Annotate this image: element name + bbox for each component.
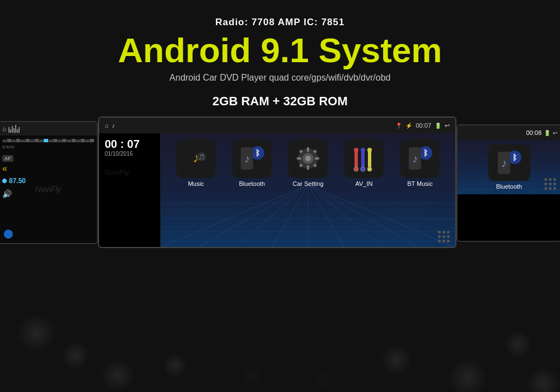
app-bluetooth[interactable]: ᛒ ♪ Bluetooth xyxy=(227,139,277,187)
app-bt-music[interactable]: ᛒ ♪ BT Music xyxy=(395,139,445,187)
svg-text:♪: ♪ xyxy=(501,157,507,169)
dots-grid-center xyxy=(438,231,450,242)
subtitle: Android Car DVD Player quad core/gps/wif… xyxy=(0,73,560,83)
top-section: Radio: 7708 AMP IC: 7851 Android 9.1 Sys… xyxy=(0,0,560,109)
svg-rect-35 xyxy=(354,151,358,168)
dots-grid-right xyxy=(544,178,556,190)
bt-music-icon-bg: ᛒ ♪ xyxy=(400,139,440,178)
pin-icon: 📍 xyxy=(395,123,402,129)
center-screen: ⌂ ♪ 📍 ⚡ 00:07 🔋 ↩ 00 : 07 01/10/2016 Nav… xyxy=(98,116,456,248)
settings-icon-bg xyxy=(288,139,328,178)
main-time: 00 : 07 xyxy=(105,138,155,151)
bluetooth-right-label: Bluetooth xyxy=(496,183,522,190)
svg-point-38 xyxy=(361,148,365,152)
volume-icon: 🔊 xyxy=(2,189,12,198)
svg-line-3 xyxy=(272,185,308,248)
app-car-setting[interactable]: Car Setting xyxy=(283,139,333,187)
svg-rect-29 xyxy=(315,157,319,160)
svg-line-1 xyxy=(198,185,308,248)
center-status-bar: ⌂ ♪ 📍 ⚡ 00:07 🔋 ↩ xyxy=(99,118,455,133)
app-av-in[interactable]: AV_IN xyxy=(339,139,389,187)
svg-point-42 xyxy=(361,167,365,171)
music-icon-bg: ♪ 🎵 xyxy=(176,139,216,178)
right-back-icon: ↩ xyxy=(553,130,557,136)
volume-area: 87.50 xyxy=(2,177,94,185)
back-icon: ↩ xyxy=(445,122,450,129)
bt-music-label: BT Music xyxy=(407,180,433,187)
bluetooth-icon-svg: ᛒ ♪ xyxy=(238,144,266,172)
android-title: Android 9.1 System xyxy=(0,31,560,69)
svg-rect-39 xyxy=(368,151,371,168)
right-app-area: ᛒ ♪ Bluetooth xyxy=(458,140,560,194)
av-icon-bg xyxy=(344,139,384,178)
bluetooth-label: Bluetooth xyxy=(239,180,265,187)
left-screen: ⌂ xyxy=(0,121,98,244)
svg-rect-26 xyxy=(307,147,309,152)
eq-bars xyxy=(8,125,20,133)
svg-text:♪: ♪ xyxy=(244,152,250,165)
app-bluetooth-right[interactable]: ᛒ ♪ Bluetooth xyxy=(484,144,534,190)
svg-text:ᛒ: ᛒ xyxy=(512,153,517,162)
radio-info: Radio: 7708 AMP IC: 7851 xyxy=(0,17,560,28)
right-battery-icon: 🔋 xyxy=(544,130,550,136)
svg-line-0 xyxy=(161,185,308,248)
grid-lines-svg xyxy=(161,185,455,248)
car-setting-label: Car Setting xyxy=(292,180,323,187)
status-time: 00:07 xyxy=(416,122,431,129)
time-panel: 00 : 07 01/10/2016 NaviFly xyxy=(99,133,161,247)
right-screen: 00:08 🔋 ↩ ᛒ xyxy=(456,124,560,242)
svg-text:ᛒ: ᛒ xyxy=(255,148,260,157)
svg-point-40 xyxy=(367,148,372,152)
watermark: NaviFly xyxy=(35,185,62,194)
ram-rom: 2GB RAM + 32GB ROM xyxy=(0,94,560,109)
svg-point-36 xyxy=(354,148,358,152)
svg-rect-27 xyxy=(307,165,309,170)
bt-music-icon-svg: ᛒ ♪ xyxy=(406,144,434,172)
bluetooth-right-icon-bg: ᛒ ♪ xyxy=(488,144,530,181)
svg-line-6 xyxy=(308,185,383,248)
music-status-icon: ♪ xyxy=(112,122,115,129)
right-status-bar: 00:08 🔋 ↩ xyxy=(458,125,560,140)
screens-row: ⌂ xyxy=(0,116,560,248)
center-main-content: 00 : 07 01/10/2016 NaviFly xyxy=(99,133,455,247)
av-in-label: AV_IN xyxy=(356,180,373,187)
apps-area: ♪ 🎵 Music ᛒ xyxy=(161,133,455,247)
frequency-display: 87.50 xyxy=(9,177,26,185)
seek-back-button[interactable]: « xyxy=(2,164,94,174)
bluetooth-right-icon-svg: ᛒ ♪ xyxy=(495,149,523,177)
svg-text:ᛒ: ᛒ xyxy=(423,148,428,157)
home-icon: ⌂ xyxy=(2,125,6,133)
bluetooth-icon-bg: ᛒ ♪ xyxy=(232,139,272,178)
bluetooth-status-icon: ⚡ xyxy=(405,123,412,129)
svg-line-7 xyxy=(308,185,419,248)
freq-scale-label: 87▸50 xyxy=(2,144,94,150)
music-label: Music xyxy=(188,180,204,187)
volume-dot xyxy=(2,179,7,183)
svg-line-5 xyxy=(308,185,344,248)
battery-icon: 🔋 xyxy=(435,123,441,129)
radio-header: ⌂ xyxy=(0,122,97,136)
av-icon-svg xyxy=(350,144,378,172)
center-watermark: NaviFly xyxy=(105,168,155,176)
af-button[interactable]: AF xyxy=(2,155,13,162)
svg-point-43 xyxy=(367,167,372,171)
svg-point-25 xyxy=(305,156,311,161)
home-status-icon: ⌂ xyxy=(105,122,109,129)
app-music[interactable]: ♪ 🎵 Music xyxy=(171,139,221,187)
svg-rect-37 xyxy=(361,151,365,168)
svg-text:🎵: 🎵 xyxy=(198,153,206,161)
svg-line-2 xyxy=(235,185,308,248)
settings-icon-svg xyxy=(294,144,322,172)
svg-text:♪: ♪ xyxy=(412,152,418,165)
svg-line-8 xyxy=(308,185,455,248)
svg-point-41 xyxy=(354,167,358,171)
svg-rect-28 xyxy=(297,157,301,160)
radio-indicator xyxy=(4,230,13,239)
music-icon-svg: ♪ 🎵 xyxy=(182,144,210,172)
app-icons-row: ♪ 🎵 Music ᛒ xyxy=(161,139,455,187)
right-status-time: 00:08 xyxy=(526,129,542,136)
main-date: 01/10/2016 xyxy=(105,151,155,157)
